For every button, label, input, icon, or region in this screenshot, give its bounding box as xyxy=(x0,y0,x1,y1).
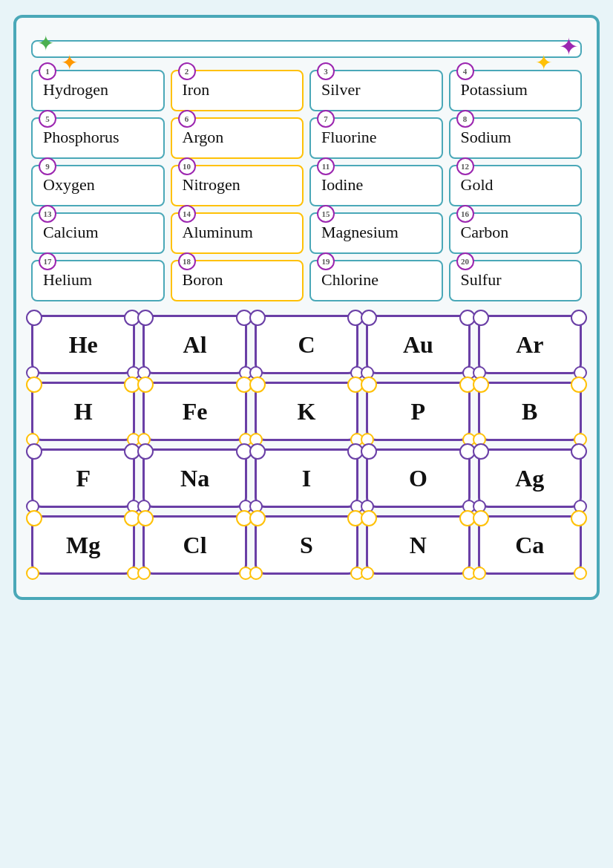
name-card-3: 3Silver xyxy=(309,70,443,111)
element-name-7: Fluorine xyxy=(321,128,377,147)
name-card-12: 12Gold xyxy=(449,165,583,206)
element-name-12: Gold xyxy=(461,175,494,195)
element-name-8: Sodium xyxy=(461,128,511,147)
element-name-14: Aluminum xyxy=(183,223,253,242)
name-card-5: 5Phosphorus xyxy=(31,117,165,159)
name-card-6: 6Argon xyxy=(171,117,304,159)
symbol-text-Cl: Cl xyxy=(183,532,207,559)
element-name-18: Boron xyxy=(183,270,223,290)
element-name-17: Helium xyxy=(43,270,92,290)
symbol-text-Fe: Fe xyxy=(183,398,208,425)
symbol-text-He: He xyxy=(69,331,98,359)
symbol-text-H: H xyxy=(74,398,93,425)
element-name-16: Carbon xyxy=(461,223,509,242)
num-badge-16: 16 xyxy=(456,205,474,223)
symbol-text-Au: Au xyxy=(403,331,433,359)
symbol-text-O: O xyxy=(409,465,427,492)
num-badge-3: 3 xyxy=(317,62,335,80)
symbol-text-Ca: Ca xyxy=(515,532,544,559)
name-card-9: 9Oxygen xyxy=(31,165,165,206)
num-badge-13: 13 xyxy=(39,205,56,223)
num-badge-11: 11 xyxy=(317,157,335,175)
symbol-card-Na: Na xyxy=(142,448,246,508)
symbol-card-F: F xyxy=(31,448,135,508)
corner-bl-icon xyxy=(473,567,486,580)
symbol-text-P: P xyxy=(411,398,426,425)
symbol-card-Fe: Fe xyxy=(142,382,246,441)
instruction-box xyxy=(31,40,582,58)
name-card-2: 2Iron xyxy=(171,70,304,111)
star-purple-icon: ✦ xyxy=(559,33,579,61)
symbol-text-I: I xyxy=(302,465,311,492)
num-badge-19: 19 xyxy=(317,252,335,270)
symbol-text-K: K xyxy=(298,398,316,425)
name-card-14: 14Aluminum xyxy=(171,212,304,254)
num-badge-2: 2 xyxy=(178,62,196,80)
num-badge-14: 14 xyxy=(178,205,196,223)
symbol-card-I: I xyxy=(255,448,358,508)
symbol-text-C: C xyxy=(298,331,315,359)
element-name-4: Potassium xyxy=(461,80,528,99)
element-name-20: Sulfur xyxy=(461,270,502,290)
symbol-text-Al: Al xyxy=(183,331,207,359)
star-green-icon: ✦ xyxy=(37,31,54,56)
symbols-section: HeAlCAuArHFeKPBFNaIOAgMgClSNCa xyxy=(31,315,582,575)
name-card-13: 13Calcium xyxy=(31,212,165,254)
corner-bl-icon xyxy=(137,567,151,580)
name-card-1: 1Hydrogen xyxy=(31,70,165,111)
names-grid: 1Hydrogen2Iron3Silver4Potassium5Phosphor… xyxy=(31,70,582,301)
element-name-11: Iodine xyxy=(321,175,363,195)
element-name-19: Chlorine xyxy=(321,270,378,290)
name-card-18: 18Boron xyxy=(171,260,304,301)
name-card-4: 4Potassium xyxy=(449,70,583,111)
symbol-card-B: B xyxy=(478,382,582,441)
num-badge-18: 18 xyxy=(178,252,196,270)
corner-br-icon xyxy=(574,567,587,580)
symbol-text-B: B xyxy=(522,398,537,425)
name-card-16: 16Carbon xyxy=(449,212,583,254)
num-badge-9: 9 xyxy=(39,157,56,175)
symbol-card-Ca: Ca xyxy=(478,515,582,575)
symbol-card-Au: Au xyxy=(366,315,470,374)
name-card-19: 19Chlorine xyxy=(309,260,443,301)
element-name-15: Magnesium xyxy=(321,223,399,242)
num-badge-20: 20 xyxy=(456,252,474,270)
name-card-8: 8Sodium xyxy=(449,117,583,159)
symbol-card-C: C xyxy=(255,315,358,374)
symbols-row-4: MgClSNCa xyxy=(31,515,582,575)
symbol-card-N: N xyxy=(366,515,470,575)
symbol-card-Al: Al xyxy=(142,315,246,374)
num-badge-6: 6 xyxy=(178,110,196,128)
element-name-9: Oxygen xyxy=(43,175,95,195)
num-badge-5: 5 xyxy=(39,110,56,128)
element-name-10: Nitrogen xyxy=(183,175,240,195)
corner-bl-icon xyxy=(249,567,263,580)
element-name-6: Argon xyxy=(183,128,224,147)
corner-bl-icon xyxy=(26,567,39,580)
symbol-text-F: F xyxy=(76,465,91,492)
symbol-card-H: H xyxy=(31,382,135,441)
symbol-card-He: He xyxy=(31,315,135,374)
symbol-card-K: K xyxy=(255,382,358,441)
num-badge-15: 15 xyxy=(317,205,335,223)
symbol-text-Ag: Ag xyxy=(515,465,544,492)
symbol-card-S: S xyxy=(255,515,358,575)
symbol-card-Ar: Ar xyxy=(478,315,582,374)
num-badge-10: 10 xyxy=(178,157,196,175)
name-card-20: 20Sulfur xyxy=(449,260,583,301)
name-card-11: 11Iodine xyxy=(309,165,443,206)
symbol-text-N: N xyxy=(410,532,427,559)
symbol-card-Ag: Ag xyxy=(478,448,582,508)
symbol-text-Na: Na xyxy=(180,465,209,492)
page: ✦ ✦ ✦ ✦ ✦ 1Hydrogen2Iron3Silver4Potassiu… xyxy=(13,15,600,600)
symbol-text-Ar: Ar xyxy=(516,331,543,359)
name-card-7: 7Fluorine xyxy=(309,117,443,159)
name-card-15: 15Magnesium xyxy=(309,212,443,254)
symbol-card-Mg: Mg xyxy=(31,515,135,575)
symbols-row-1: HeAlCAuAr xyxy=(31,315,582,374)
element-name-1: Hydrogen xyxy=(43,80,108,99)
name-card-17: 17Helium xyxy=(31,260,165,301)
element-name-2: Iron xyxy=(183,80,210,99)
element-name-5: Phosphorus xyxy=(43,128,119,147)
num-badge-8: 8 xyxy=(456,110,474,128)
